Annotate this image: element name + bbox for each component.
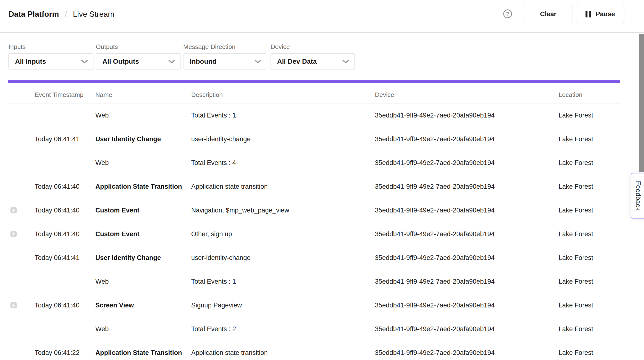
cell-device: 35eddb41-9ff9-49e2-7aed-20afa90eb194 — [375, 317, 494, 341]
inputs-dropdown[interactable]: All Inputs — [8, 53, 94, 70]
column-header-location: Location — [558, 91, 582, 99]
table-row[interactable]: Web Total Events : 1 35eddb41-9ff9-49e2-… — [8, 103, 620, 127]
column-header-description: Description — [191, 91, 223, 99]
feedback-tab[interactable]: Feedback — [631, 173, 644, 219]
scrollbar-thumb[interactable] — [639, 34, 644, 172]
expand-cell — [10, 341, 20, 360]
table-row[interactable]: + Today 06:41:40 Custom Event Other, sig… — [8, 222, 620, 246]
table-body: Web Total Events : 1 35eddb41-9ff9-49e2-… — [8, 103, 620, 360]
outputs-dropdown[interactable]: All Outputs — [96, 53, 181, 70]
cell-name: User Identity Change — [95, 246, 161, 270]
cell-description: Application state transition — [191, 341, 268, 360]
expand-cell — [10, 127, 20, 151]
expand-row-button[interactable]: + — [10, 207, 17, 213]
pause-button-label: Pause — [596, 10, 615, 18]
cell-description: user-identity-change — [191, 127, 251, 151]
expand-cell — [10, 270, 20, 293]
cell-name: Web — [95, 270, 109, 293]
chevron-down-icon — [81, 59, 88, 64]
cell-device: 35eddb41-9ff9-49e2-7aed-20afa90eb194 — [375, 175, 494, 198]
expand-cell: + — [10, 293, 20, 317]
filter-message-direction: Message Direction Inbound — [183, 44, 267, 70]
expand-cell — [10, 175, 20, 198]
cell-name: Application State Transition — [95, 175, 182, 198]
cell-device: 35eddb41-9ff9-49e2-7aed-20afa90eb194 — [375, 222, 494, 246]
cell-location: Lake Forest — [558, 103, 593, 127]
device-dropdown[interactable]: All Dev Data — [270, 53, 355, 70]
expand-row-button[interactable]: + — [10, 231, 17, 237]
cell-device: 35eddb41-9ff9-49e2-7aed-20afa90eb194 — [375, 270, 494, 293]
cell-name: Web — [95, 317, 109, 341]
cell-location: Lake Forest — [558, 317, 593, 341]
cell-device: 35eddb41-9ff9-49e2-7aed-20afa90eb194 — [375, 127, 494, 151]
cell-name: Web — [95, 151, 109, 175]
cell-name: Custom Event — [95, 198, 140, 222]
chevron-down-icon — [254, 59, 261, 64]
filter-message-direction-label: Message Direction — [183, 44, 267, 50]
filter-outputs-label: Outputs — [96, 44, 181, 50]
cell-description: Navigation, $mp_web_page_view — [191, 198, 289, 222]
events-table: Event Timestamp Name Description Device … — [8, 83, 620, 360]
table-row[interactable]: Web Total Events : 1 35eddb41-9ff9-49e2-… — [8, 270, 620, 293]
filter-device: Device All Dev Data — [270, 44, 355, 70]
cell-device: 35eddb41-9ff9-49e2-7aed-20afa90eb194 — [375, 198, 494, 222]
table-row[interactable]: Today 06:41:41 User Identity Change user… — [8, 246, 620, 270]
cell-event-timestamp: Today 06:41:22 — [35, 341, 80, 360]
cell-location: Lake Forest — [558, 341, 593, 360]
breadcrumb-data-platform[interactable]: Data Platform — [8, 10, 59, 19]
accent-bar — [8, 80, 620, 83]
chevron-down-icon — [168, 59, 175, 64]
cell-event-timestamp: Today 06:41:41 — [35, 246, 80, 270]
cell-description: Other, sign up — [191, 222, 232, 246]
cell-description: Total Events : 4 — [191, 151, 236, 175]
cell-device: 35eddb41-9ff9-49e2-7aed-20afa90eb194 — [375, 246, 494, 270]
cell-event-timestamp: Today 06:41:41 — [35, 127, 80, 151]
clear-button[interactable]: Clear — [524, 5, 572, 23]
message-direction-dropdown-value: Inbound — [190, 58, 216, 65]
table-row[interactable]: + Today 06:41:40 Screen View Signup Page… — [8, 293, 620, 317]
page-title: Live Stream — [73, 10, 114, 19]
table-row[interactable]: Today 06:41:40 Application State Transit… — [8, 175, 620, 198]
cell-device: 35eddb41-9ff9-49e2-7aed-20afa90eb194 — [375, 341, 494, 360]
column-header-name: Name — [95, 91, 112, 99]
pause-icon — [586, 11, 591, 17]
expand-cell: + — [10, 222, 20, 246]
feedback-tab-label: Feedback — [634, 181, 642, 211]
cell-description: Signup Pageview — [191, 293, 242, 317]
expand-cell — [10, 151, 20, 175]
cell-event-timestamp: Today 06:41:40 — [35, 175, 80, 198]
help-icon[interactable]: ? — [503, 9, 512, 18]
table-row[interactable]: Web Total Events : 2 35eddb41-9ff9-49e2-… — [8, 317, 620, 341]
filter-outputs: Outputs All Outputs — [96, 44, 181, 70]
pause-button[interactable]: Pause — [576, 5, 624, 23]
cell-location: Lake Forest — [558, 151, 593, 175]
cell-location: Lake Forest — [558, 222, 593, 246]
cell-location: Lake Forest — [558, 127, 593, 151]
table-row[interactable]: Web Total Events : 4 35eddb41-9ff9-49e2-… — [8, 151, 620, 175]
filter-inputs: Inputs All Inputs — [8, 44, 94, 70]
filters-bar: Inputs All Inputs Outputs All Outputs Me… — [0, 44, 644, 73]
table-row[interactable]: Today 06:41:22 Application State Transit… — [8, 341, 620, 360]
column-header-event-timestamp: Event Timestamp — [35, 91, 84, 99]
cell-location: Lake Forest — [558, 246, 593, 270]
cell-name: Custom Event — [95, 222, 140, 246]
cell-device: 35eddb41-9ff9-49e2-7aed-20afa90eb194 — [375, 293, 494, 317]
header: Data Platform / Live Stream ? Clear Paus… — [0, 0, 644, 33]
cell-location: Lake Forest — [558, 293, 593, 317]
cell-location: Lake Forest — [558, 198, 593, 222]
clear-button-label: Clear — [540, 10, 557, 18]
table-row[interactable]: + Today 06:41:40 Custom Event Navigation… — [8, 198, 620, 222]
cell-description: Application state transition — [191, 175, 268, 198]
table-row[interactable]: Today 06:41:41 User Identity Change user… — [8, 127, 620, 151]
table-header-row: Event Timestamp Name Description Device … — [8, 83, 620, 103]
outputs-dropdown-value: All Outputs — [102, 58, 139, 65]
inputs-dropdown-value: All Inputs — [15, 58, 46, 65]
cell-location: Lake Forest — [558, 175, 593, 198]
expand-row-button[interactable]: + — [10, 302, 17, 308]
cell-name: Screen View — [95, 293, 134, 317]
expand-cell: + — [10, 198, 20, 222]
expand-cell — [10, 317, 20, 341]
expand-cell — [10, 103, 20, 127]
cell-event-timestamp: Today 06:41:40 — [35, 293, 80, 317]
message-direction-dropdown[interactable]: Inbound — [183, 53, 267, 70]
